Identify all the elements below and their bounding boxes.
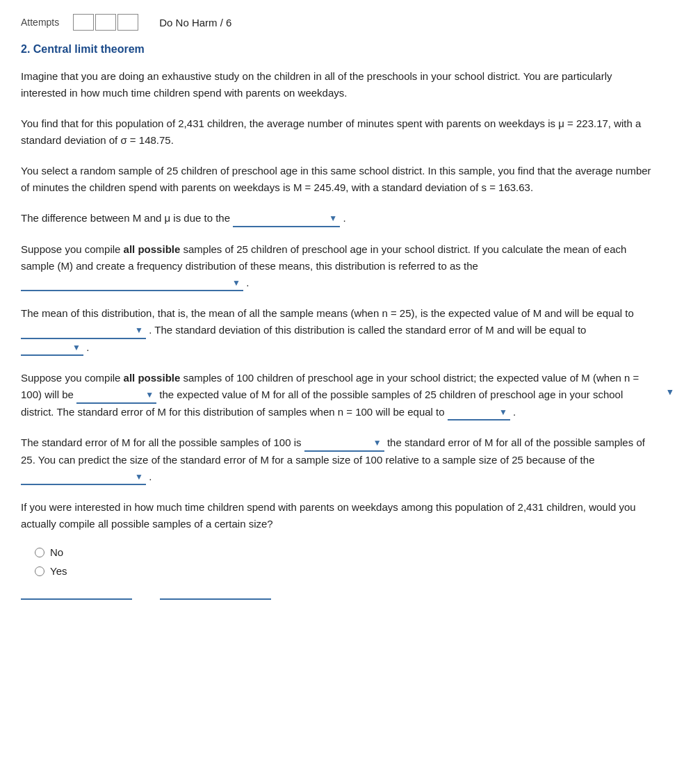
p3-text: You select a random sample of 25 childre… bbox=[21, 165, 651, 193]
dropdown-2[interactable]: sampling distribution of M normal distri… bbox=[21, 275, 243, 291]
bottom-dropdowns: option 1 option 2 ▼ option 1 option 2 ▼ bbox=[21, 584, 656, 600]
bottom-dropdown-2[interactable]: option 1 option 2 bbox=[160, 584, 271, 600]
radio-no-label: No bbox=[50, 546, 63, 558]
dropdown-7[interactable]: less than equal to greater than differen… bbox=[304, 436, 384, 452]
p4-pre: The difference between M and μ is due to… bbox=[21, 212, 230, 224]
bottom-dropdown-2-container[interactable]: option 1 option 2 ▼ bbox=[160, 584, 271, 600]
dropdown-1[interactable]: sampling error measurement error bias ch… bbox=[233, 211, 340, 227]
p9-text: If you were interested in how much time … bbox=[21, 501, 636, 530]
paragraph-7: Suppose you compile all possible samples… bbox=[21, 370, 656, 420]
p4-post: . bbox=[343, 212, 345, 224]
dropdown-1-container[interactable]: sampling error measurement error bias ch… bbox=[233, 211, 340, 227]
attempt-box-2 bbox=[95, 14, 116, 31]
p5-bold: all possible bbox=[124, 243, 181, 255]
paragraph-6: The mean of this distribution, that is, … bbox=[21, 305, 656, 356]
p7-bold: all possible bbox=[124, 372, 181, 384]
bottom-dropdown-1-arrow: ▼ bbox=[666, 387, 674, 397]
p7-pre: Suppose you compile bbox=[21, 372, 120, 384]
paragraph-9: If you were interested in how much time … bbox=[21, 499, 656, 532]
p6-mid: . The standard deviation of this distrib… bbox=[149, 324, 586, 336]
attempts-label: Attempts bbox=[21, 17, 59, 28]
dropdown-6-container[interactable]: 14.875 29.75 148.75 7.4375 ▼ bbox=[448, 405, 510, 420]
paragraph-2: You find that for this population of 2,4… bbox=[21, 115, 656, 149]
dropdown-6[interactable]: 14.875 29.75 148.75 7.4375 bbox=[448, 405, 510, 420]
dropdown-5-container[interactable]: equal to greater than less than differen… bbox=[76, 388, 156, 404]
paragraph-1: Imagine that you are doing an exhaustive… bbox=[21, 68, 656, 101]
radio-no-item[interactable]: No bbox=[35, 546, 656, 558]
paragraph-8: The standard error of M for all the poss… bbox=[21, 434, 656, 485]
section-name: Central limit theorem bbox=[33, 43, 145, 55]
dropdown-3-container[interactable]: μ = 223.17 M = 245.49 0 1 ▼ bbox=[21, 323, 146, 339]
p5-pre: Suppose you compile bbox=[21, 243, 120, 255]
paragraph-5: Suppose you compile all possible samples… bbox=[21, 241, 656, 292]
header-title: Do No Harm / 6 bbox=[159, 17, 231, 28]
attempt-box-3 bbox=[117, 14, 138, 31]
radio-yes-item[interactable]: Yes bbox=[35, 565, 656, 577]
dropdown-8-container[interactable]: central limit theorem law of large numbe… bbox=[21, 469, 146, 485]
attempts-boxes bbox=[73, 14, 138, 31]
radio-yes[interactable] bbox=[35, 566, 44, 576]
dropdown-5[interactable]: equal to greater than less than differen… bbox=[76, 388, 156, 404]
radio-no[interactable] bbox=[35, 548, 44, 557]
paragraph-3: You select a random sample of 25 childre… bbox=[21, 163, 656, 196]
p8-pre: The standard error of M for all the poss… bbox=[21, 436, 302, 448]
section-title: 2. Central limit theorem bbox=[21, 43, 656, 56]
attempt-box-1 bbox=[73, 14, 94, 31]
bottom-dropdown-1-container[interactable]: option 1 option 2 ▼ bbox=[21, 584, 132, 600]
p7-post: . bbox=[513, 406, 516, 418]
dropdown-4[interactable]: 29.75 148.75/5 163.63/5 14.875 bbox=[21, 340, 83, 356]
p2-text: You find that for this population of 2,4… bbox=[21, 117, 641, 146]
radio-group: No Yes bbox=[35, 546, 656, 577]
dropdown-7-container[interactable]: less than equal to greater than differen… bbox=[304, 436, 384, 452]
radio-yes-label: Yes bbox=[50, 565, 67, 577]
p6-pre: The mean of this distribution, that is, … bbox=[21, 307, 634, 319]
p8-post: . bbox=[149, 471, 152, 482]
p6-post: . bbox=[86, 341, 89, 353]
p1-text: Imagine that you are doing an exhaustive… bbox=[21, 70, 612, 99]
header: Attempts Do No Harm / 6 bbox=[21, 14, 656, 31]
paragraph-4: The difference between M and μ is due to… bbox=[21, 210, 656, 227]
dropdown-2-container[interactable]: sampling distribution of M normal distri… bbox=[21, 275, 243, 291]
p5-post: . bbox=[246, 277, 249, 288]
section-number: 2. bbox=[21, 43, 30, 55]
dropdown-4-container[interactable]: 29.75 148.75/5 163.63/5 14.875 ▼ bbox=[21, 340, 83, 356]
dropdown-8[interactable]: central limit theorem law of large numbe… bbox=[21, 469, 146, 485]
bottom-dropdown-2-arrow: ▼ bbox=[666, 387, 674, 397]
dropdown-3[interactable]: μ = 223.17 M = 245.49 0 1 bbox=[21, 323, 146, 339]
bottom-dropdown-1[interactable]: option 1 option 2 bbox=[21, 584, 132, 600]
